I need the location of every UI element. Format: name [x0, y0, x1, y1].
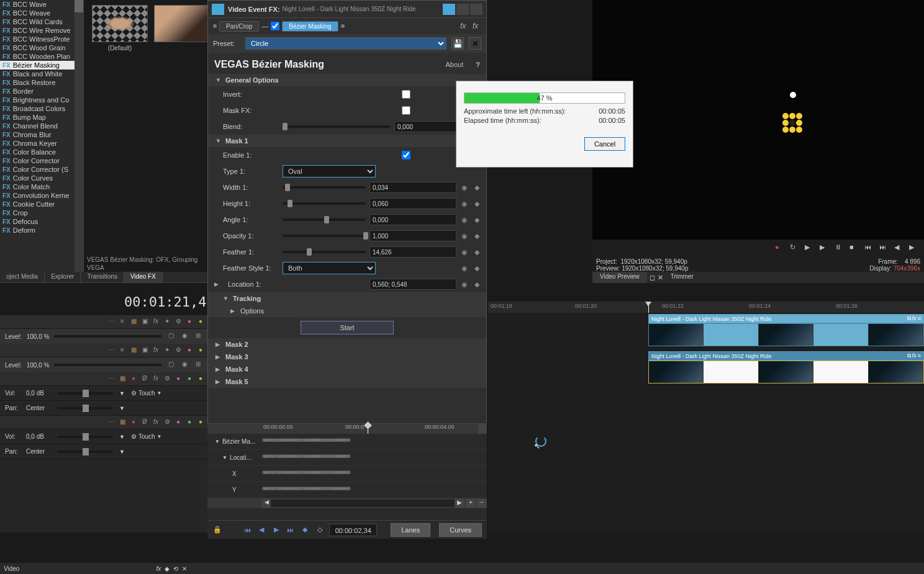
animate-icon[interactable]: ◉: [460, 264, 469, 272]
kf-track-bezier[interactable]: ▼Bézier Ma...: [207, 438, 262, 445]
solo-icon[interactable]: ●: [185, 418, 194, 427]
automation-icon[interactable]: ▦: [118, 375, 127, 383]
view-list-icon[interactable]: [443, 4, 455, 15]
status-close-icon[interactable]: ✕: [182, 565, 187, 572]
fx-list-item[interactable]: FXChroma Keyer: [0, 139, 83, 148]
fx-list-item[interactable]: FXBézier Masking: [0, 61, 83, 70]
section-tracking[interactable]: ▼Tracking: [208, 292, 486, 305]
start-tracking-button[interactable]: Start: [301, 321, 394, 334]
help-link[interactable]: ?: [476, 61, 480, 68]
solo-icon[interactable]: ●: [185, 375, 194, 383]
feather1-input[interactable]: [369, 246, 456, 258]
loop-icon[interactable]: ↻: [790, 243, 801, 254]
invert-icon[interactable]: Ø: [140, 418, 149, 427]
clip-fx-icon[interactable]: fx: [912, 315, 917, 322]
arm-icon[interactable]: ●: [129, 418, 138, 427]
fx-list-item[interactable]: FXColor Balance: [0, 148, 83, 156]
fx-add-icon[interactable]: fx: [460, 22, 469, 30]
keyframe-icon[interactable]: ◆: [473, 215, 481, 224]
type1-dropdown[interactable]: Oval: [283, 165, 376, 177]
kf-track-location[interactable]: ▼Locati...: [207, 454, 262, 461]
go-start-icon[interactable]: ⏮: [864, 243, 876, 254]
keyframe-time-display[interactable]: 00:00:02,34: [329, 524, 377, 536]
maskfx-checkbox[interactable]: [402, 106, 410, 115]
fx-list-item[interactable]: FXBCC Wild Cards: [0, 17, 83, 26]
clip-fx-icon[interactable]: fx: [912, 352, 917, 359]
fx-list-item[interactable]: FXColor Match: [0, 182, 83, 191]
solo2-icon[interactable]: ●: [196, 375, 205, 383]
chain-pancrop[interactable]: Pan/Crop: [219, 21, 259, 32]
fx-overlay-icon[interactable]: ✦: [163, 346, 171, 355]
fx-list-scrollbar[interactable]: [75, 0, 83, 273]
preset-thumb-default[interactable]: [92, 5, 148, 42]
stop-icon[interactable]: ■: [849, 243, 861, 254]
child-icon[interactable]: ▢: [166, 332, 175, 341]
view-grid-icon[interactable]: [456, 4, 469, 15]
arm-icon[interactable]: ●: [129, 375, 138, 383]
more-icon[interactable]: ⋯: [107, 318, 116, 326]
del-keyframe-icon[interactable]: ◇: [315, 524, 324, 536]
more-icon[interactable]: ⋯: [107, 418, 116, 427]
clip-menu-icon[interactable]: ≡: [918, 352, 921, 359]
kf-track-x[interactable]: X: [207, 470, 262, 477]
pan-slider[interactable]: [57, 451, 113, 453]
kf-lane-x[interactable]: [262, 470, 487, 478]
fx-list-item[interactable]: FXColor Corrector: [0, 156, 83, 165]
tab-video-preview[interactable]: Video Preview: [592, 272, 647, 283]
fx-list-item[interactable]: FXBroadcast Colors: [0, 104, 83, 113]
chain-bezier[interactable]: Bézier Masking: [282, 21, 338, 32]
status-fx-icon[interactable]: fx: [156, 565, 161, 572]
fx-icon[interactable]: ▣: [140, 346, 149, 355]
animate-icon[interactable]: ◉: [460, 199, 469, 208]
tab-transitions[interactable]: Transitions: [81, 272, 124, 282]
keyframe-icon[interactable]: ◆: [473, 264, 481, 272]
animate-icon[interactable]: ◉: [460, 183, 469, 192]
automation-mode-dropdown[interactable]: ⚙Touch▼: [131, 433, 162, 440]
keyframe-icon[interactable]: ◆: [473, 231, 481, 240]
add-keyframe-icon[interactable]: ◆: [301, 524, 310, 536]
cancel-button[interactable]: Cancel: [584, 137, 625, 151]
timeline-ruler[interactable]: 00:01:18 00:01:20 00:01:22 00:01:24 00:0…: [488, 302, 924, 313]
fx-chain-icon[interactable]: fx: [152, 418, 160, 427]
section-mask1[interactable]: ▼Mask 1: [208, 135, 486, 147]
kf-scroll-up[interactable]: [478, 424, 487, 434]
close-icon[interactable]: ✕: [658, 274, 663, 282]
parent-icon[interactable]: ⊞: [194, 361, 202, 369]
angle1-slider[interactable]: [283, 218, 366, 221]
prev-keyframe-icon[interactable]: ◀: [257, 524, 266, 536]
height1-slider[interactable]: [283, 202, 366, 205]
solo-icon[interactable]: ●: [196, 318, 205, 326]
zoom-in-icon[interactable]: +: [466, 499, 476, 508]
section-tracking-options[interactable]: ▶Options: [208, 305, 486, 317]
first-keyframe-icon[interactable]: ⏮: [242, 524, 251, 536]
level-slider[interactable]: [54, 335, 161, 338]
fx-list-item[interactable]: FXBCC Wooden Plan: [0, 52, 83, 61]
tab-trimmer[interactable]: Trimmer: [663, 272, 701, 283]
child-icon[interactable]: ▢: [166, 361, 175, 369]
opacity1-input[interactable]: [369, 230, 456, 241]
clip-pan-icon[interactable]: ⧉: [907, 352, 911, 359]
featherstyle1-dropdown[interactable]: Both: [283, 262, 376, 274]
kf-horizontal-scroll[interactable]: ◀ ▶ + −: [207, 498, 487, 508]
fx-list-item[interactable]: FXBlack Restore: [0, 78, 83, 87]
clip-pan-icon[interactable]: ⧉: [907, 315, 911, 322]
section-mask3[interactable]: ▶Mask 3: [208, 351, 486, 363]
keyframe-icon[interactable]: ◆: [473, 199, 481, 208]
fx-list-item[interactable]: FXBorder: [0, 87, 83, 96]
next-keyframe-icon[interactable]: ▶: [271, 524, 281, 536]
prev-frame-icon[interactable]: ◀: [894, 243, 905, 254]
curves-button[interactable]: Curves: [439, 523, 482, 537]
preset-thumb-2[interactable]: [154, 5, 210, 42]
blend-slider[interactable]: [283, 125, 391, 128]
fx-list-item[interactable]: FXChannel Blend: [0, 122, 83, 130]
fx-list-item[interactable]: FXBCC Wire Remove: [0, 26, 83, 35]
pan-slider[interactable]: [57, 407, 113, 410]
go-end-icon[interactable]: ⏭: [879, 243, 890, 254]
scroll-left-icon[interactable]: ◀: [262, 499, 271, 508]
fx-overlay-icon[interactable]: ✦: [163, 318, 171, 326]
fx-list-item[interactable]: FXBCC Wood Grain: [0, 43, 83, 52]
invert-icon[interactable]: Ø: [140, 375, 149, 383]
automation-mode-dropdown[interactable]: ⚙Touch▼: [131, 390, 162, 397]
fx-list-item[interactable]: FXBump Map: [0, 113, 83, 122]
animate-icon[interactable]: ◉: [460, 215, 469, 224]
